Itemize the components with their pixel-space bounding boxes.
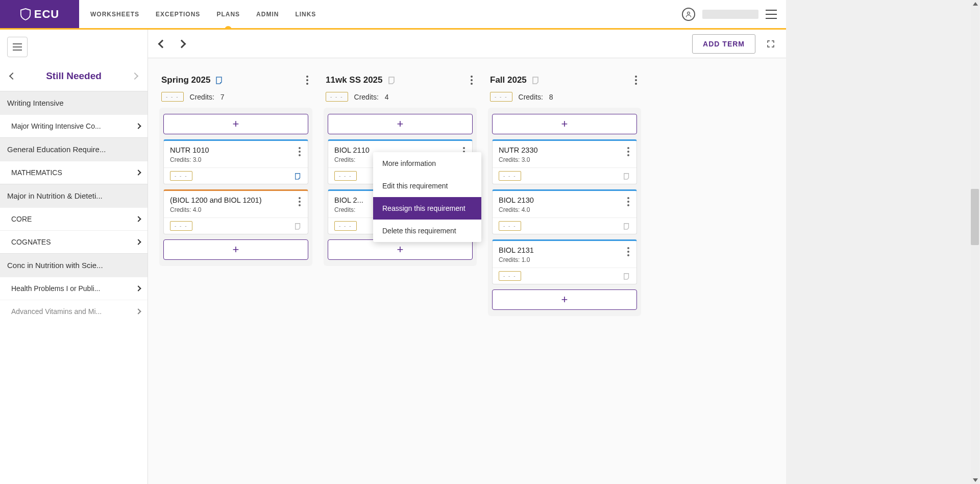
svg-point-0: [688, 12, 690, 14]
chevron-right-icon: [135, 239, 141, 245]
chevron-right-icon: [135, 216, 141, 222]
add-course-button[interactable]: +: [163, 239, 308, 260]
sidebar-list[interactable]: Writing Intensive Major Writing Intensiv…: [0, 91, 148, 484]
course-name: NUTR 2330: [499, 146, 538, 154]
course-credits: Credits: 3.0: [499, 156, 538, 163]
grade-placeholder: - - -: [499, 271, 521, 281]
note-icon[interactable]: [623, 273, 630, 280]
term-column: Fall 2025 - - - Credits: 8 +: [488, 74, 641, 469]
course-card[interactable]: BIOL 2130 Credits: 4.0 - - -: [492, 189, 637, 234]
course-card[interactable]: BIOL 2131 Credits: 1.0 - - -: [492, 239, 637, 284]
sidebar-group: Major in Nutrition & Dieteti...: [0, 184, 148, 207]
sidebar-next-icon[interactable]: [131, 72, 138, 80]
grade-placeholder: - - -: [334, 171, 357, 181]
sidebar-item[interactable]: MATHEMATICS: [0, 161, 148, 184]
scroll-up-icon[interactable]: [973, 2, 978, 6]
course-card[interactable]: (BIOL 1200 and BIOL 1201) Credits: 4.0 -…: [163, 189, 308, 234]
person-icon: [685, 11, 692, 18]
brand-text: ECU: [34, 8, 59, 21]
grade-placeholder: - - -: [499, 171, 521, 181]
course-credits: Credits: 3.0: [170, 156, 209, 163]
term-more-icon[interactable]: [469, 74, 475, 87]
sidebar-title: Still Needed: [46, 70, 102, 82]
note-icon[interactable]: [295, 223, 302, 230]
note-icon[interactable]: [623, 223, 630, 230]
nav-worksheets[interactable]: WORKSHEETS: [90, 11, 139, 18]
term-column: 11wk SS 2025 - - - Credits: 4 +: [324, 74, 477, 469]
terms-prev-icon[interactable]: [158, 39, 167, 48]
sidebar-item[interactable]: Advanced Vitamins and Mi...: [0, 300, 148, 323]
course-more-icon[interactable]: [298, 196, 302, 207]
note-icon[interactable]: [532, 76, 540, 84]
shield-icon: [20, 8, 31, 21]
course-credits: Credits:: [334, 206, 363, 213]
note-icon[interactable]: [295, 173, 302, 180]
ctx-more-info[interactable]: More information: [373, 152, 481, 175]
nav-links-item[interactable]: LINKS: [295, 11, 316, 18]
add-course-button[interactable]: +: [163, 114, 308, 134]
ctx-reassign-requirement[interactable]: Reassign this requirement: [373, 197, 481, 220]
sidebar: Still Needed Writing Intensive Major Wri…: [0, 30, 148, 484]
note-icon[interactable]: [388, 76, 396, 84]
terms-area: ADD TERM Spring 2025: [148, 30, 786, 484]
term-credits-value: 7: [220, 93, 225, 101]
credits-label: Credits:: [354, 93, 379, 101]
add-course-button[interactable]: +: [328, 239, 473, 260]
nav-plans[interactable]: PLANS: [216, 11, 240, 18]
course-credits: Credits: 4.0: [499, 206, 534, 213]
add-course-button[interactable]: +: [492, 114, 637, 134]
sidebar-group: Conc in Nutrition with Scie...: [0, 253, 148, 277]
right-empty-panel: [786, 0, 980, 484]
sidebar-item[interactable]: Major Writing Intensive Co...: [0, 114, 148, 137]
term-title: 11wk SS 2025: [326, 75, 383, 85]
course-more-icon[interactable]: [298, 146, 302, 157]
user-icon[interactable]: [682, 8, 695, 21]
sidebar-toggle-button[interactable]: [7, 37, 28, 57]
note-icon[interactable]: [215, 76, 224, 84]
ctx-delete-requirement[interactable]: Delete this requirement: [373, 220, 481, 242]
course-name: BIOL 2110: [334, 146, 370, 154]
sidebar-item[interactable]: COGNATES: [0, 230, 148, 253]
brand-logo[interactable]: ECU: [0, 0, 79, 28]
nav-exceptions[interactable]: EXCEPTIONS: [156, 11, 200, 18]
chevron-right-icon: [135, 285, 141, 291]
term-column: Spring 2025 - - - Credits: 7 +: [159, 74, 312, 469]
term-more-icon[interactable]: [633, 74, 639, 87]
grade-placeholder: - - -: [161, 92, 184, 102]
course-more-icon[interactable]: [626, 196, 630, 207]
sidebar-item[interactable]: Health Problems I or Publi...: [0, 277, 148, 300]
course-credits: Credits:: [334, 156, 370, 163]
top-nav: ECU WORKSHEETS EXCEPTIONS PLANS ADMIN LI…: [0, 0, 786, 30]
grade-placeholder: - - -: [490, 92, 512, 102]
add-course-button[interactable]: +: [492, 289, 637, 310]
term-title: Spring 2025: [161, 75, 210, 85]
note-icon[interactable]: [623, 173, 630, 180]
nav-admin[interactable]: ADMIN: [256, 11, 279, 18]
ctx-edit-requirement[interactable]: Edit this requirement: [373, 175, 481, 197]
course-name: BIOL 2...: [334, 196, 363, 204]
grade-placeholder: - - -: [499, 221, 521, 231]
sidebar-prev-icon[interactable]: [9, 72, 16, 80]
course-context-menu: More information Edit this requirement R…: [373, 152, 481, 242]
fullscreen-icon[interactable]: [767, 40, 775, 48]
user-name-placeholder: [702, 10, 758, 19]
sidebar-item[interactable]: CORE: [0, 207, 148, 230]
grade-placeholder: - - -: [326, 92, 348, 102]
terms-toolbar: ADD TERM: [148, 30, 786, 58]
credits-label: Credits:: [519, 93, 543, 101]
add-term-button[interactable]: ADD TERM: [692, 34, 755, 54]
course-more-icon[interactable]: [626, 146, 630, 157]
terms-next-icon[interactable]: [178, 39, 186, 48]
chevron-right-icon: [135, 123, 141, 129]
course-card[interactable]: NUTR 2330 Credits: 3.0 - - -: [492, 139, 637, 184]
sidebar-group: Writing Intensive: [0, 91, 148, 114]
course-more-icon[interactable]: [626, 246, 630, 257]
course-card[interactable]: BIOL 2110 Credits: - - -: [328, 139, 473, 184]
term-more-icon[interactable]: [304, 74, 310, 87]
add-course-button[interactable]: +: [328, 114, 473, 134]
scroll-down-icon[interactable]: [973, 478, 978, 482]
course-card[interactable]: NUTR 1010 Credits: 3.0 - - -: [163, 139, 308, 184]
hamburger-menu-icon[interactable]: [766, 10, 777, 19]
chevron-right-icon: [135, 170, 141, 175]
page-scrollbar-thumb[interactable]: [971, 189, 979, 245]
